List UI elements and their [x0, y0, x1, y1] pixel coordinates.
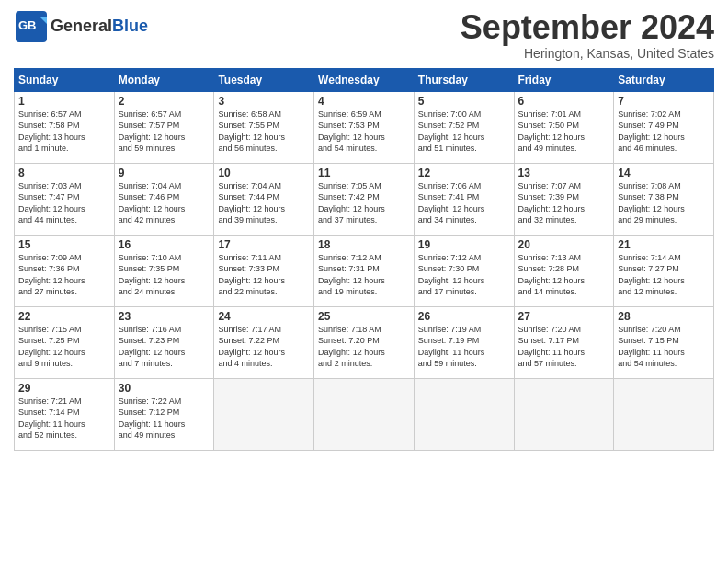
calendar-cell: 9Sunrise: 7:04 AMSunset: 7:46 PMDaylight…: [114, 163, 214, 235]
day-number: 10: [218, 167, 310, 179]
day-number: 11: [318, 167, 410, 179]
day-info: Sunrise: 7:07 AMSunset: 7:39 PMDaylight:…: [518, 180, 610, 226]
day-number: 13: [518, 167, 610, 179]
calendar-cell: [214, 378, 314, 450]
calendar-cell: 26Sunrise: 7:19 AMSunset: 7:19 PMDayligh…: [414, 306, 514, 378]
calendar-cell: 2Sunrise: 6:57 AMSunset: 7:57 PMDaylight…: [114, 91, 214, 163]
calendar-cell: 16Sunrise: 7:10 AMSunset: 7:35 PMDayligh…: [114, 235, 214, 306]
logo: GB GeneralBlue: [14, 9, 148, 44]
calendar-cell: 1Sunrise: 6:57 AMSunset: 7:58 PMDaylight…: [15, 91, 115, 163]
calendar-cell: 12Sunrise: 7:06 AMSunset: 7:41 PMDayligh…: [414, 163, 514, 235]
calendar-week-4: 22Sunrise: 7:15 AMSunset: 7:25 PMDayligh…: [15, 306, 714, 378]
day-number: 14: [618, 167, 710, 179]
day-number: 24: [218, 310, 310, 323]
day-info: Sunrise: 7:15 AMSunset: 7:25 PMDaylight:…: [18, 324, 110, 370]
calendar-cell: 19Sunrise: 7:12 AMSunset: 7:30 PMDayligh…: [414, 235, 514, 306]
day-info: Sunrise: 7:19 AMSunset: 7:19 PMDaylight:…: [418, 324, 510, 370]
calendar-cell: 14Sunrise: 7:08 AMSunset: 7:38 PMDayligh…: [614, 163, 714, 235]
day-info: Sunrise: 7:04 AMSunset: 7:46 PMDaylight:…: [119, 180, 210, 226]
calendar-cell: 3Sunrise: 6:58 AMSunset: 7:55 PMDaylight…: [214, 91, 314, 163]
day-number: 27: [518, 310, 610, 323]
calendar-cell: [514, 378, 614, 450]
day-number: 15: [18, 238, 110, 251]
calendar-cell: [414, 378, 514, 450]
calendar-cell: 7Sunrise: 7:02 AMSunset: 7:49 PMDaylight…: [614, 91, 714, 163]
day-info: Sunrise: 7:20 AMSunset: 7:15 PMDaylight:…: [618, 324, 710, 370]
calendar-cell: 22Sunrise: 7:15 AMSunset: 7:25 PMDayligh…: [15, 306, 115, 378]
day-number: 6: [518, 95, 610, 108]
day-number: 29: [18, 382, 110, 395]
day-info: Sunrise: 7:00 AMSunset: 7:52 PMDaylight:…: [418, 109, 510, 155]
col-saturday: Saturday: [614, 68, 714, 91]
calendar-cell: 21Sunrise: 7:14 AMSunset: 7:27 PMDayligh…: [614, 235, 714, 306]
calendar-cell: 8Sunrise: 7:03 AMSunset: 7:47 PMDaylight…: [15, 163, 115, 235]
col-wednesday: Wednesday: [314, 68, 415, 91]
calendar-cell: 17Sunrise: 7:11 AMSunset: 7:33 PMDayligh…: [214, 235, 314, 306]
day-info: Sunrise: 6:57 AMSunset: 7:58 PMDaylight:…: [18, 109, 110, 155]
logo-icon: GB: [14, 9, 49, 44]
calendar-cell: 20Sunrise: 7:13 AMSunset: 7:28 PMDayligh…: [514, 235, 614, 306]
calendar-cell: 29Sunrise: 7:21 AMSunset: 7:14 PMDayligh…: [15, 378, 115, 450]
calendar-header-row: Sunday Monday Tuesday Wednesday Thursday…: [15, 68, 714, 91]
day-info: Sunrise: 7:18 AMSunset: 7:20 PMDaylight:…: [318, 324, 410, 370]
day-info: Sunrise: 6:57 AMSunset: 7:57 PMDaylight:…: [119, 109, 210, 155]
day-number: 3: [218, 95, 310, 108]
day-info: Sunrise: 7:04 AMSunset: 7:44 PMDaylight:…: [218, 180, 310, 226]
day-info: Sunrise: 7:20 AMSunset: 7:17 PMDaylight:…: [518, 324, 610, 370]
location: Herington, Kansas, United States: [461, 46, 714, 61]
logo-blue: Blue: [112, 17, 148, 35]
col-tuesday: Tuesday: [214, 68, 314, 91]
day-info: Sunrise: 7:17 AMSunset: 7:22 PMDaylight:…: [218, 324, 310, 370]
day-info: Sunrise: 7:08 AMSunset: 7:38 PMDaylight:…: [618, 180, 710, 226]
day-number: 7: [618, 95, 710, 108]
day-number: 1: [18, 95, 110, 108]
day-info: Sunrise: 7:12 AMSunset: 7:31 PMDaylight:…: [318, 252, 410, 298]
day-number: 8: [18, 167, 110, 179]
day-info: Sunrise: 7:06 AMSunset: 7:41 PMDaylight:…: [418, 180, 510, 226]
day-number: 20: [518, 238, 610, 251]
col-monday: Monday: [114, 68, 214, 91]
day-number: 21: [618, 238, 710, 251]
calendar-cell: 13Sunrise: 7:07 AMSunset: 7:39 PMDayligh…: [514, 163, 614, 235]
calendar-cell: 6Sunrise: 7:01 AMSunset: 7:50 PMDaylight…: [514, 91, 614, 163]
page-container: GB GeneralBlue September 2024 Herington,…: [0, 0, 728, 455]
day-info: Sunrise: 7:22 AMSunset: 7:12 PMDaylight:…: [119, 396, 210, 442]
calendar-cell: 30Sunrise: 7:22 AMSunset: 7:12 PMDayligh…: [114, 378, 214, 450]
col-thursday: Thursday: [414, 68, 514, 91]
calendar-week-2: 8Sunrise: 7:03 AMSunset: 7:47 PMDaylight…: [15, 163, 714, 235]
day-info: Sunrise: 7:05 AMSunset: 7:42 PMDaylight:…: [318, 180, 410, 226]
calendar-week-5: 29Sunrise: 7:21 AMSunset: 7:14 PMDayligh…: [15, 378, 714, 450]
day-info: Sunrise: 7:14 AMSunset: 7:27 PMDaylight:…: [618, 252, 710, 298]
day-number: 25: [318, 310, 410, 323]
day-number: 26: [418, 310, 510, 323]
col-sunday: Sunday: [15, 68, 115, 91]
day-info: Sunrise: 7:11 AMSunset: 7:33 PMDaylight:…: [218, 252, 310, 298]
calendar-cell: 25Sunrise: 7:18 AMSunset: 7:20 PMDayligh…: [314, 306, 415, 378]
title-area: September 2024 Herington, Kansas, United…: [461, 9, 714, 61]
month-title: September 2024: [461, 9, 714, 46]
day-number: 30: [119, 382, 210, 395]
calendar-week-3: 15Sunrise: 7:09 AMSunset: 7:36 PMDayligh…: [15, 235, 714, 306]
calendar-cell: 4Sunrise: 6:59 AMSunset: 7:53 PMDaylight…: [314, 91, 415, 163]
day-info: Sunrise: 7:21 AMSunset: 7:14 PMDaylight:…: [18, 396, 110, 442]
calendar-cell: 15Sunrise: 7:09 AMSunset: 7:36 PMDayligh…: [15, 235, 115, 306]
day-info: Sunrise: 7:03 AMSunset: 7:47 PMDaylight:…: [18, 180, 110, 226]
day-info: Sunrise: 7:16 AMSunset: 7:23 PMDaylight:…: [119, 324, 210, 370]
svg-text:GB: GB: [18, 18, 37, 32]
day-info: Sunrise: 7:13 AMSunset: 7:28 PMDaylight:…: [518, 252, 610, 298]
day-number: 5: [418, 95, 510, 108]
calendar-cell: 27Sunrise: 7:20 AMSunset: 7:17 PMDayligh…: [514, 306, 614, 378]
calendar-cell: 5Sunrise: 7:00 AMSunset: 7:52 PMDaylight…: [414, 91, 514, 163]
day-number: 19: [418, 238, 510, 251]
logo-general: General: [51, 17, 112, 35]
day-info: Sunrise: 7:01 AMSunset: 7:50 PMDaylight:…: [518, 109, 610, 155]
calendar-week-1: 1Sunrise: 6:57 AMSunset: 7:58 PMDaylight…: [15, 91, 714, 163]
day-number: 18: [318, 238, 410, 251]
calendar-cell: [614, 378, 714, 450]
calendar-cell: 24Sunrise: 7:17 AMSunset: 7:22 PMDayligh…: [214, 306, 314, 378]
calendar-cell: 18Sunrise: 7:12 AMSunset: 7:31 PMDayligh…: [314, 235, 415, 306]
day-info: Sunrise: 7:10 AMSunset: 7:35 PMDaylight:…: [119, 252, 210, 298]
col-friday: Friday: [514, 68, 614, 91]
day-info: Sunrise: 7:09 AMSunset: 7:36 PMDaylight:…: [18, 252, 110, 298]
calendar-cell: 11Sunrise: 7:05 AMSunset: 7:42 PMDayligh…: [314, 163, 415, 235]
